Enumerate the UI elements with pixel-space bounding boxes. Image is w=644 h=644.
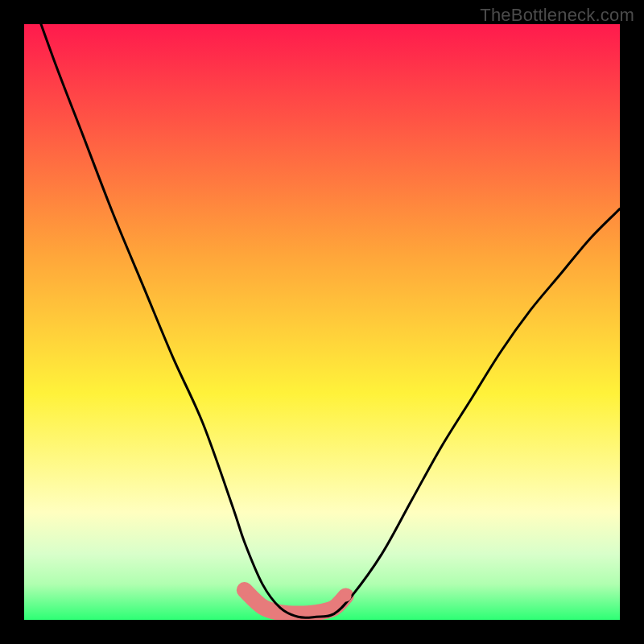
accent-dot-left xyxy=(239,584,250,596)
plot-area xyxy=(24,24,620,620)
watermark-text: TheBottleneck.com xyxy=(480,5,634,26)
accent-dot-right xyxy=(341,590,352,601)
outer-black-frame: TheBottleneck.com xyxy=(0,0,644,644)
bottleneck-curve xyxy=(24,24,620,617)
chart-curves xyxy=(24,24,620,620)
trough-accent xyxy=(245,590,346,614)
